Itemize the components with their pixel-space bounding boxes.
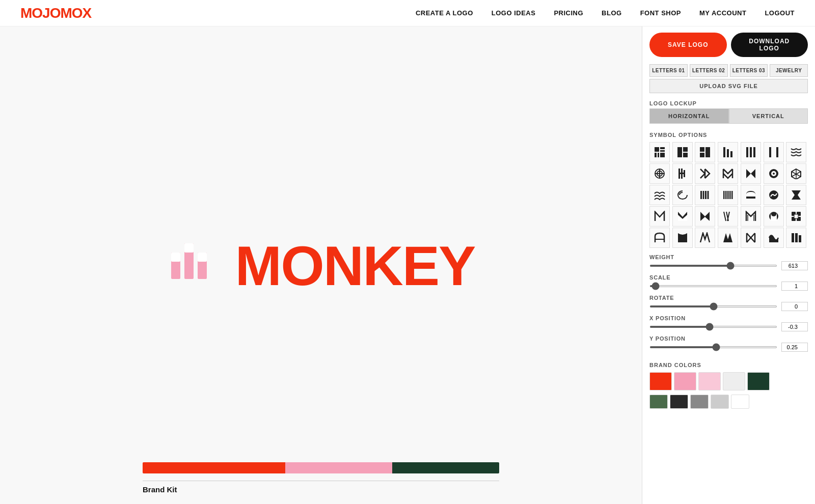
symbol-15[interactable] xyxy=(649,185,670,205)
upload-svg-button[interactable]: UPLOAD SVG FILE xyxy=(649,79,808,93)
lockup-row: HORIZONTAL VERTICAL xyxy=(642,108,815,128)
symbol-8[interactable] xyxy=(649,163,670,184)
symbol-19[interactable] xyxy=(741,185,761,205)
symbol-30[interactable] xyxy=(672,228,693,248)
lockup-horizontal[interactable]: HORIZONTAL xyxy=(649,108,729,124)
nav-links: CREATE A LOGO LOGO IDEAS PRICING BLOG FO… xyxy=(416,9,795,17)
weight-value-input[interactable] xyxy=(781,261,808,270)
rotate-slider[interactable] xyxy=(649,305,777,307)
symbol-23[interactable] xyxy=(672,206,693,227)
svg-rect-8 xyxy=(655,153,657,157)
brand-logo[interactable]: MOJOMOX xyxy=(20,5,91,21)
svg-rect-19 xyxy=(727,149,729,157)
symbol-2[interactable] xyxy=(672,142,693,162)
symbol-27[interactable] xyxy=(764,206,784,227)
symbol-29[interactable] xyxy=(649,228,670,248)
symbol-9[interactable] xyxy=(672,163,693,184)
yposition-slider[interactable] xyxy=(649,346,777,348)
symbol-21[interactable] xyxy=(786,185,806,205)
right-panel: SAVE LOGO DOWNLOAD LOGO LETTERS 01 LETTE… xyxy=(642,26,815,504)
svg-point-38 xyxy=(773,173,775,175)
svg-rect-48 xyxy=(725,191,727,199)
symbol-33[interactable] xyxy=(741,228,761,248)
xposition-slider[interactable] xyxy=(649,326,777,328)
symbol-25[interactable] xyxy=(718,206,738,227)
color-swatch-gray[interactable] xyxy=(690,395,709,409)
svg-rect-49 xyxy=(727,191,729,199)
nav-create-logo[interactable]: CREATE A LOGO xyxy=(416,9,473,17)
color-swatch-light-gray[interactable] xyxy=(723,372,745,390)
brand-colors-row2 xyxy=(642,393,815,411)
color-swatch-dark[interactable] xyxy=(670,395,688,409)
color-swatch-light-pink[interactable] xyxy=(698,372,721,390)
svg-rect-15 xyxy=(700,147,704,152)
xposition-label: X POSITION xyxy=(649,315,808,321)
svg-rect-17 xyxy=(700,153,704,157)
symbol-10[interactable] xyxy=(695,163,715,184)
xposition-slider-group: X POSITION xyxy=(649,315,808,331)
symbol-35[interactable] xyxy=(786,228,806,248)
symbol-28[interactable] xyxy=(786,206,806,227)
color-bar-dark-green xyxy=(392,462,499,473)
symbol-12[interactable] xyxy=(741,163,761,184)
svg-rect-20 xyxy=(730,151,732,157)
nav-font-shop[interactable]: FONT SHOP xyxy=(640,9,681,17)
symbol-16[interactable] xyxy=(672,185,693,205)
symbol-32[interactable] xyxy=(718,228,738,248)
symbol-7[interactable] xyxy=(786,142,806,162)
lockup-label: LOGO LOCKUP xyxy=(642,96,815,108)
logo-company-name: MONKEY xyxy=(235,233,475,298)
rotate-value-input[interactable] xyxy=(781,302,808,311)
nav-blog[interactable]: BLOG xyxy=(602,9,622,17)
color-swatch-red[interactable] xyxy=(649,372,672,390)
save-logo-button[interactable]: SAVE LOGO xyxy=(649,33,727,57)
tab-letters-01[interactable]: LETTERS 01 xyxy=(649,64,688,77)
symbol-17[interactable] xyxy=(695,185,715,205)
tab-jewelry[interactable]: JEWELRY xyxy=(770,64,808,77)
svg-rect-25 xyxy=(776,147,778,157)
symbol-13[interactable] xyxy=(764,163,784,184)
scale-value-input[interactable] xyxy=(781,282,808,291)
color-swatch-pink[interactable] xyxy=(674,372,696,390)
tab-letters-02[interactable]: LETTERS 02 xyxy=(690,64,728,77)
symbol-34[interactable] xyxy=(764,228,784,248)
nav-logo-ideas[interactable]: LOGO IDEAS xyxy=(492,9,536,17)
symbol-20[interactable] xyxy=(764,185,784,205)
symbol-24[interactable] xyxy=(695,206,715,227)
color-swatch-silver[interactable] xyxy=(711,395,729,409)
svg-rect-3 xyxy=(184,243,194,253)
color-swatch-dark-green[interactable] xyxy=(747,372,770,390)
symbol-6[interactable] xyxy=(764,142,784,162)
svg-rect-10 xyxy=(660,150,665,152)
symbol-18[interactable] xyxy=(718,185,738,205)
yposition-value-input[interactable] xyxy=(781,343,808,352)
symbol-3[interactable] xyxy=(695,142,715,162)
lockup-vertical[interactable]: VERTICAL xyxy=(729,108,808,124)
rotate-label: ROTATE xyxy=(649,295,808,301)
main-container: MONKEY Brand Kit SAVE LOGO DOWNLOAD LOGO… xyxy=(0,26,815,504)
symbol-1[interactable] xyxy=(649,142,670,162)
symbol-11[interactable] xyxy=(718,163,738,184)
color-swatch-medium-green[interactable] xyxy=(649,395,668,409)
xposition-value-input[interactable] xyxy=(781,322,808,331)
svg-rect-24 xyxy=(769,147,771,157)
tab-letters-03[interactable]: LETTERS 03 xyxy=(730,64,768,77)
symbol-4[interactable] xyxy=(718,142,738,162)
scale-slider[interactable] xyxy=(649,285,777,287)
svg-rect-52 xyxy=(746,197,755,199)
symbol-22[interactable] xyxy=(649,206,670,227)
symbol-26[interactable] xyxy=(741,206,761,227)
download-logo-button[interactable]: DOWNLOAD LOGO xyxy=(731,33,808,57)
nav-logout[interactable]: LOGOUT xyxy=(765,9,795,17)
weight-slider[interactable] xyxy=(649,265,777,267)
svg-rect-71 xyxy=(795,233,798,242)
nav-pricing[interactable]: PRICING xyxy=(554,9,583,17)
color-swatch-white[interactable] xyxy=(731,395,749,409)
symbol-31[interactable] xyxy=(695,228,715,248)
nav-my-account[interactable]: MY ACCOUNT xyxy=(699,9,746,17)
scale-label: SCALE xyxy=(649,274,808,281)
symbol-14[interactable] xyxy=(786,163,806,184)
symbol-5[interactable] xyxy=(741,142,761,162)
weight-label: WEIGHT xyxy=(649,254,808,260)
sliders-section: WEIGHT SCALE ROTATE xyxy=(642,252,815,358)
